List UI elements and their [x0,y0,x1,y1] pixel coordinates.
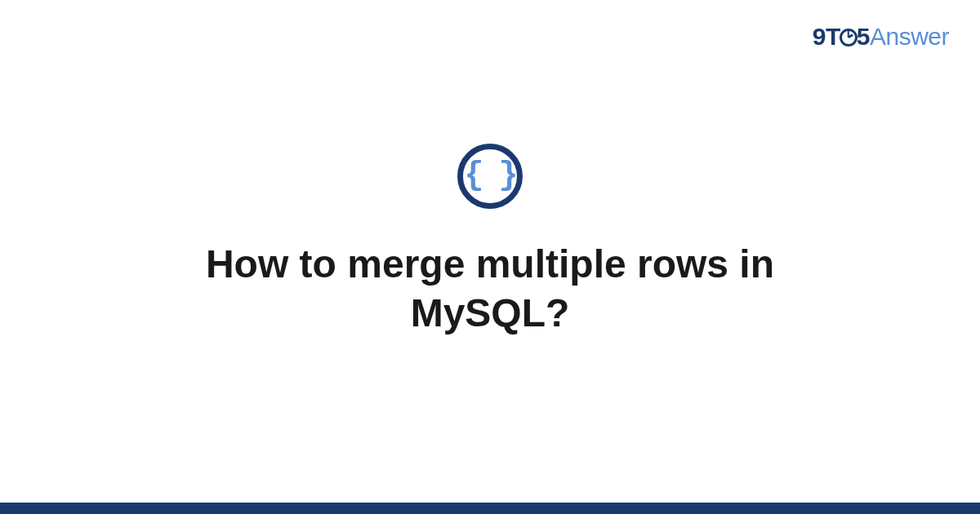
main-content: { } How to merge multiple rows in MySQL? [0,0,980,514]
category-badge: { } [457,144,523,209]
footer-accent-bar [0,503,980,514]
question-title: How to merge multiple rows in MySQL? [122,240,858,338]
code-braces-icon: { } [464,160,515,193]
